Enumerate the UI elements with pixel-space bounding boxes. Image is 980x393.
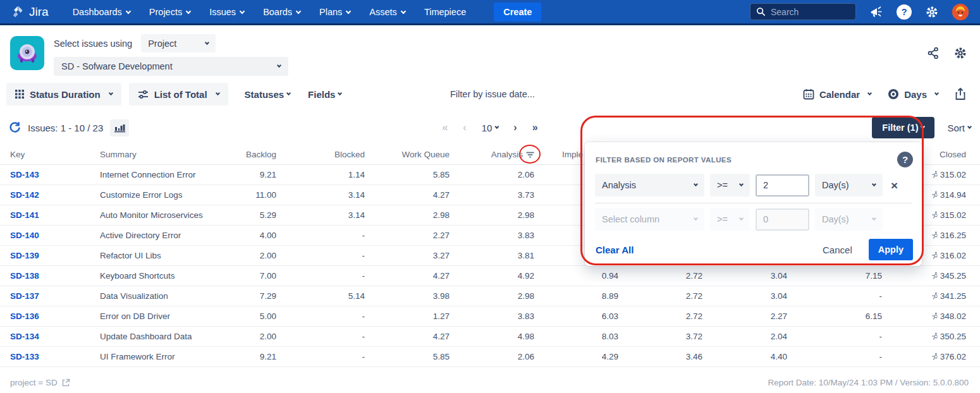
duration-value-cell: 2.06 — [450, 164, 534, 184]
report-type-button[interactable]: Status Duration — [6, 83, 121, 106]
duration-value-cell: 2.04 — [702, 326, 787, 346]
jira-logo[interactable]: Jira — [11, 5, 49, 19]
page-size-select[interactable]: 10 — [482, 123, 499, 133]
closed-value: 341.25 — [940, 291, 966, 301]
chevron-down-icon — [694, 182, 698, 186]
issue-summary: Update Dashboard Data — [100, 326, 192, 346]
duration-value-cell: 4.27 — [365, 265, 450, 286]
duration-value-cell: 3.73 — [450, 184, 534, 205]
issue-key-link[interactable]: SD-136 — [10, 311, 39, 321]
filter-operator-select-empty[interactable]: >= — [710, 208, 750, 231]
issue-key-cell: SD-141 — [0, 205, 100, 225]
issue-key-link[interactable]: SD-141 — [10, 210, 39, 220]
nav-dashboards[interactable]: Dashboards — [73, 7, 130, 17]
filter-operator-select[interactable]: >= — [710, 174, 750, 196]
time-unit-button[interactable]: Days — [888, 88, 938, 100]
refresh-icon[interactable] — [9, 122, 21, 134]
issues-bar: Issues: 1 - 10 / 23 « ‹ 10 › » Filter (1… — [0, 117, 980, 138]
chevron-down-icon — [934, 91, 939, 95]
report-meta: Report Date: 10/May/24 1:03 PM / Version… — [768, 378, 969, 387]
issue-summary: Keyboard Shortcuts — [100, 265, 192, 286]
help-icon[interactable]: ? — [897, 152, 913, 167]
nav-plans[interactable]: Plans — [319, 7, 350, 17]
chevron-down-icon — [739, 216, 744, 221]
issue-key-link[interactable]: SD-134 — [10, 332, 39, 341]
duration-value-cell: 1.27 — [365, 306, 450, 326]
project-avatar-icon — [13, 39, 41, 67]
closed-value-cell: 376.02 — [882, 346, 980, 366]
create-button[interactable]: Create — [494, 3, 541, 21]
filter-value-input[interactable] — [756, 174, 809, 196]
statuses-button[interactable]: Statuses — [245, 89, 291, 100]
runner-icon — [930, 312, 938, 320]
issue-key-link[interactable]: SD-139 — [10, 251, 39, 260]
remove-filter-icon[interactable]: × — [891, 179, 898, 191]
duration-value-cell: 5.85 — [365, 346, 450, 366]
cancel-button[interactable]: Cancel — [823, 245, 852, 255]
chevron-down-icon — [921, 124, 925, 129]
issue-date-filter[interactable]: Filter by issue date... — [450, 89, 535, 99]
col-header-summary[interactable]: Summary — [100, 145, 192, 164]
nav-projects[interactable]: Projects — [149, 7, 190, 17]
project-select[interactable]: SD - Sofware Development — [54, 57, 288, 76]
search-box[interactable] — [750, 3, 856, 20]
last-page-button[interactable]: » — [532, 122, 538, 133]
prev-page-button[interactable]: ‹ — [463, 122, 466, 133]
col-header-work-queue[interactable]: Work Queue — [365, 145, 450, 164]
help-icon[interactable]: ? — [897, 4, 912, 20]
column-filter-icon[interactable] — [526, 151, 534, 159]
megaphone-icon[interactable] — [869, 6, 883, 18]
filter-column-select[interactable]: Analysis — [595, 174, 704, 196]
sort-button[interactable]: Sort — [947, 123, 971, 133]
chevron-down-icon — [109, 91, 113, 95]
duration-value-cell: - — [276, 346, 365, 366]
col-header-analysis[interactable]: Analysis — [450, 145, 534, 164]
clear-all-link[interactable]: Clear All — [596, 245, 634, 255]
col-header-backlog[interactable]: Backlog — [192, 145, 276, 164]
filter-unit-select-empty[interactable]: Day(s) — [815, 208, 883, 231]
issue-key-cell: SD-140 — [0, 225, 100, 245]
jql-link[interactable]: project = SD — [10, 378, 70, 387]
fields-button[interactable]: Fields — [308, 89, 341, 100]
export-icon[interactable] — [955, 88, 966, 100]
gear-icon[interactable] — [925, 5, 939, 19]
list-mode-button[interactable]: List of Total — [129, 83, 228, 106]
filter-button[interactable]: Filter (1) — [872, 117, 934, 138]
calendar-button[interactable]: Calendar — [803, 88, 871, 100]
next-page-button[interactable]: › — [513, 122, 517, 133]
chart-icon[interactable] — [110, 119, 129, 136]
duration-value-cell: 3.83 — [450, 225, 534, 245]
nav-timepiece[interactable]: Timepiece — [424, 7, 466, 17]
issue-key-link[interactable]: SD-143 — [10, 170, 39, 179]
nav-boards[interactable]: Boards — [263, 7, 300, 17]
filter-column-select-empty[interactable]: Select column — [595, 208, 704, 231]
col-header-key[interactable]: Key — [0, 145, 100, 164]
filter-value-input-empty[interactable] — [756, 209, 809, 231]
issue-key-link[interactable]: SD-133 — [10, 352, 39, 361]
chevron-down-icon — [872, 216, 876, 221]
duration-value-cell: 4.40 — [702, 346, 787, 366]
issue-key-link[interactable]: SD-138 — [10, 271, 39, 281]
apply-button[interactable]: Apply — [869, 239, 913, 260]
report-toolbar: Status Duration List of Total Statuses F… — [0, 83, 980, 106]
avatar[interactable] — [952, 4, 969, 20]
runner-icon — [930, 211, 938, 219]
issue-key-link[interactable]: SD-142 — [10, 190, 39, 200]
runner-icon — [930, 251, 938, 260]
search-input[interactable] — [771, 7, 850, 17]
report-header: Select issues using Project SD - Sofware… — [0, 25, 980, 83]
nav-assets[interactable]: Assets — [369, 7, 405, 17]
issue-key-link[interactable]: SD-137 — [10, 291, 39, 301]
issue-key-cell: SD-136 — [0, 306, 100, 326]
col-header-blocked[interactable]: Blocked — [276, 145, 365, 164]
gear-icon[interactable] — [953, 46, 967, 60]
share-icon[interactable] — [927, 47, 940, 59]
first-page-button[interactable]: « — [442, 122, 448, 133]
closed-value-cell: 348.02 — [882, 306, 980, 326]
filter-unit-select[interactable]: Day(s) — [815, 174, 883, 196]
issue-key-link[interactable]: SD-140 — [10, 231, 39, 240]
source-mode-select[interactable]: Project — [141, 34, 216, 52]
issue-summary: Customize Error Logs — [100, 184, 192, 205]
duration-value-cell: - — [276, 326, 365, 346]
nav-issues[interactable]: Issues — [209, 7, 244, 17]
